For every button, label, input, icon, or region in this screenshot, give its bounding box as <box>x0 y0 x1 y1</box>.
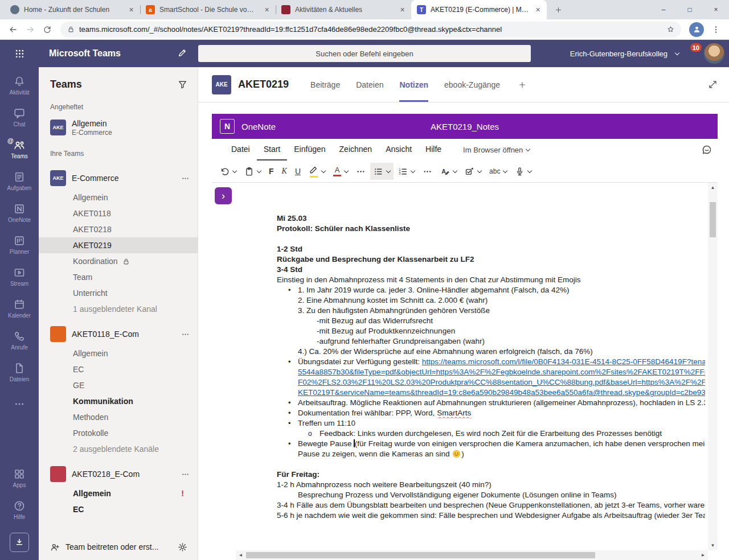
back-button[interactable] <box>5 21 22 38</box>
channel-unterricht[interactable]: Unterricht <box>39 285 198 301</box>
file-link[interactable]: https://teams.microsoft.com/l/file/0B0F4… <box>422 357 705 366</box>
note-line[interactable]: 2. Eine Abmahnung kostet im Schnitt ca. … <box>277 295 705 306</box>
more-options-icon[interactable] <box>181 330 190 339</box>
note-line[interactable]: KET0219T&serviceName=teams&threadId=19:c… <box>277 388 705 398</box>
rail-item-aufgaben[interactable]: Aufgaben <box>0 165 39 197</box>
note-line[interactable]: Einstieg in den Abmahnprozess mit 4 Stat… <box>277 275 705 285</box>
note-line[interactable]: Mi 25.03 <box>277 213 705 224</box>
tab-beitr-ge[interactable]: Beiträge <box>310 67 340 102</box>
tab-notizen[interactable]: Notizen <box>399 67 428 102</box>
scroll-up-arrow[interactable]: ▲ <box>708 183 718 192</box>
menu-zeichnen[interactable]: Zeichnen <box>333 139 379 160</box>
channel-kommunikation[interactable]: Kommunikation <box>39 393 198 409</box>
note-line[interactable] <box>277 459 705 470</box>
join-team-label[interactable]: Team beitreten oder erst... <box>65 542 158 551</box>
scroll-right-arrow[interactable]: ► <box>698 550 708 560</box>
gear-icon[interactable] <box>178 542 187 552</box>
pinned-channel[interactable]: AKEAllgemeinE-Commerce <box>39 114 198 141</box>
command-search-box[interactable] <box>198 45 531 62</box>
tab-ebook-zug-nge[interactable]: ebook-Zugänge <box>444 67 500 102</box>
forward-button[interactable] <box>22 21 39 38</box>
app-launcher-button[interactable] <box>0 40 39 67</box>
note-line[interactable]: •Arbeitsauftrag. Mögliche Reaktionen auf… <box>277 398 705 408</box>
rail-item-stream[interactable]: Stream <box>0 261 39 293</box>
channel-allgemein[interactable]: Allgemein! <box>39 485 198 501</box>
channel-aket0219[interactable]: AKET0219 <box>39 237 198 253</box>
todo-tag-button[interactable] <box>461 163 485 180</box>
reload-button[interactable] <box>39 21 56 38</box>
feedback-icon[interactable] <box>702 145 712 155</box>
browser-menu-button[interactable] <box>707 21 724 38</box>
get-app-button[interactable] <box>10 533 29 552</box>
browser-tab[interactable]: aSmartSchool - Die Schule von m...× <box>140 0 276 19</box>
note-line[interactable]: 3-4 Std <box>277 265 705 275</box>
channel-ec[interactable]: EC <box>39 501 198 517</box>
numbered-list-button[interactable]: 123 <box>395 163 418 180</box>
rail-item-teams[interactable]: @Teams <box>0 133 39 165</box>
dictate-button[interactable] <box>511 163 535 180</box>
undo-button[interactable] <box>216 163 240 180</box>
scroll-left-arrow[interactable]: ◄ <box>236 550 245 560</box>
menu-ansicht[interactable]: Ansicht <box>379 139 419 160</box>
browser-tab[interactable]: Home - Zukunft der Schulen× <box>5 0 140 19</box>
note-line[interactable]: -aufgrund fehlerhafter Grundpreisangaben… <box>277 336 705 347</box>
vertical-scrollbar[interactable]: ▲ ▼ <box>708 183 718 550</box>
new-tab-button[interactable] <box>550 2 566 18</box>
note-line[interactable]: -mit Bezug auf das Widerrufsrecht <box>277 316 705 326</box>
note-line[interactable]: Besprechung Prozess und Vervollständigun… <box>277 490 705 500</box>
expand-tab-icon[interactable] <box>708 80 718 89</box>
channel-team[interactable]: Team <box>39 269 198 285</box>
tab-close-icon[interactable]: × <box>262 5 272 15</box>
note-line[interactable]: •Übungsdatei zur Verfügung gestellt: htt… <box>277 357 705 367</box>
note-line[interactable]: 1-2 h Abmahnprozess noch weitere Bearbei… <box>277 480 705 490</box>
more-formatting-button[interactable] <box>353 163 369 180</box>
add-channel-tab-icon[interactable] <box>518 81 526 89</box>
highlighter-button[interactable] <box>305 163 329 180</box>
note-line[interactable]: •1. Im Jahr 2019 wurde ca. jeder 3. Onli… <box>277 285 705 295</box>
browser-profile-avatar[interactable] <box>689 22 704 37</box>
note-line[interactable]: 3. Zu den häufigsten Abmahngründen gehör… <box>277 306 705 316</box>
team-row-aket0118-e-com[interactable]: AKET0118_E-Com <box>39 323 198 345</box>
rail-item-planner[interactable]: Planner <box>0 229 39 261</box>
channel-protokolle[interactable]: Protokolle <box>39 425 198 441</box>
note-line[interactable]: 5-6 h je nachdem wie weit die gekommen s… <box>277 510 705 521</box>
note-line[interactable]: 4.) Ca. 20% der Widersprüche auf eine Ab… <box>277 347 705 357</box>
rail-item-kalender[interactable]: Kalender <box>0 293 39 324</box>
note-line[interactable]: oFeedback: Links wurden durchgelesen, Es… <box>277 429 705 439</box>
note-line[interactable]: 5544a8857b30&fileType=pdf&objectUrl=http… <box>277 367 705 377</box>
tab-close-icon[interactable]: × <box>533 5 543 15</box>
tab-dateien[interactable]: Dateien <box>356 67 383 102</box>
channel-ec[interactable]: EC <box>39 361 198 377</box>
menu-datei[interactable]: Datei <box>224 139 257 160</box>
italic-button[interactable]: K <box>279 163 290 180</box>
channel-aket0218[interactable]: AKET0218 <box>39 221 198 237</box>
open-in-browser-button[interactable]: Im Browser öffnen <box>463 146 530 154</box>
channel-koordination[interactable]: Koordination <box>39 253 198 269</box>
browser-tab[interactable]: Aktivitäten & Aktuelles× <box>276 0 411 19</box>
scroll-down-arrow[interactable]: ▼ <box>708 541 718 550</box>
user-avatar[interactable] <box>704 43 724 64</box>
proofing-button[interactable]: abc <box>486 163 510 180</box>
channel-1-ausgeblendeter-kanal[interactable]: 1 ausgeblendeter Kanal <box>39 301 198 317</box>
paste-button[interactable] <box>241 163 264 180</box>
file-link[interactable]: F02%2FLS2.03%2F11%20LS2.03%20Produktpra%… <box>298 378 705 386</box>
more-options-icon[interactable] <box>181 470 190 479</box>
close-window-button[interactable]: × <box>703 0 729 19</box>
note-line[interactable]: Protokoll: Schüler nach Klassenliste <box>277 224 705 234</box>
note-line[interactable]: 3-4 h Fälle aus dem Übungsblatt bearbeit… <box>277 500 705 510</box>
more-lists-button[interactable] <box>419 163 436 180</box>
rail-item-aktivitaet[interactable]: Aktivität <box>0 69 39 101</box>
bullet-list-button[interactable] <box>370 163 394 180</box>
maximize-button[interactable]: □ <box>677 0 703 19</box>
channel-methoden[interactable]: Methoden <box>39 409 198 425</box>
note-line[interactable]: •Dokumentation frei wählbar: PPP, Word, … <box>277 408 705 418</box>
minimize-button[interactable]: – <box>650 0 677 19</box>
rail-item-chat[interactable]: Chat <box>0 101 39 133</box>
file-link[interactable]: 5544a8857b30&fileType=pdf&objectUrl=http… <box>298 368 705 376</box>
rail-item-apps[interactable]: Apps <box>0 462 39 494</box>
search-input[interactable] <box>198 45 531 62</box>
horizontal-scrollbar[interactable]: ◄ ► <box>236 550 708 560</box>
team-row-e-commerce[interactable]: AKEE-Commerce <box>39 167 198 190</box>
tab-close-icon[interactable]: × <box>126 5 136 15</box>
new-chat-icon[interactable] <box>178 48 187 57</box>
